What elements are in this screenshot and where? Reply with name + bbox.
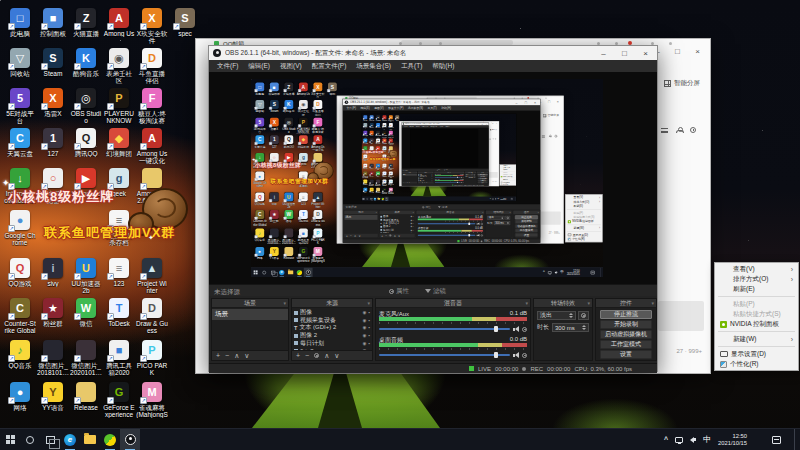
desktop-icon[interactable]: ■↗腾讯工具箱2020 — [103, 340, 135, 376]
menu-item[interactable]: 场景集合(S) — [351, 62, 396, 71]
add-source-button[interactable]: + — [296, 352, 300, 359]
taskbar-app-button[interactable] — [100, 429, 120, 450]
speaker-icon[interactable] — [513, 352, 519, 358]
desktop-icon[interactable]: T↗ToDesk — [103, 298, 135, 327]
context-menu-item[interactable]: 个性化(R) — [716, 359, 797, 369]
menu-item[interactable]: 配置文件(P) — [307, 62, 352, 71]
tray-chevron-icon[interactable]: ^ — [664, 436, 668, 443]
remove-source-button[interactable]: − — [305, 352, 309, 359]
desktop-icon[interactable]: ◆↗幻境舞团 — [103, 128, 135, 157]
close-button[interactable]: × — [693, 47, 702, 56]
lock-icon[interactable]: ▪ — [368, 310, 370, 315]
remove-scene-button[interactable]: − — [225, 352, 229, 359]
desktop-icon[interactable]: ↗微信图片_2018101… — [37, 340, 69, 376]
context-menu-item[interactable]: 新建(W)› — [716, 334, 797, 344]
desktop-icon[interactable]: ↗Release — [70, 382, 102, 411]
scene-up-button[interactable]: ∧ — [234, 352, 239, 360]
smart-split-button[interactable]: 智能分屏 — [664, 79, 700, 88]
speaker-icon[interactable] — [513, 326, 519, 332]
desktop-icon[interactable]: Z↗火猫直播 — [70, 8, 102, 37]
desktop-icon[interactable]: ◉↗表弟壬社区 — [103, 48, 135, 84]
volume-icon[interactable] — [690, 437, 696, 443]
eye-icon[interactable]: ◉ — [362, 325, 366, 330]
context-menu-item[interactable]: 粘贴快捷方式(S) — [716, 309, 797, 319]
volume-slider[interactable] — [379, 354, 510, 356]
show-desktop-button[interactable] — [794, 429, 796, 450]
desktop-icon[interactable]: S↗Steam — [37, 48, 69, 77]
desktop-icon[interactable]: ▽↗回收站 — [4, 48, 36, 77]
desktop-icon[interactable]: P↗PLAYERUNKNOWN'S BATTLEGROUNDS — [103, 88, 135, 124]
slider-knob[interactable] — [494, 326, 498, 332]
desktop-icon[interactable]: C↗Counter-Strike Global Offensive — [4, 298, 36, 334]
desktop-icon[interactable]: C↗天翼云盘 — [4, 128, 36, 157]
desktop-icon[interactable]: F↗糖豆人:终极淘汰赛 — [136, 88, 168, 124]
transition-duration-input[interactable]: 300 ms — [552, 323, 589, 332]
desktop-icon[interactable]: □↗此电脑 — [4, 8, 36, 37]
task-view-button[interactable] — [40, 429, 60, 450]
desktop-icon[interactable]: U↗UU加速器 2b — [70, 258, 102, 294]
source-down-button[interactable]: ∨ — [334, 352, 339, 360]
scene-down-button[interactable]: ∨ — [244, 352, 249, 360]
desktop-icon[interactable]: X↗迅雷X — [37, 88, 69, 117]
ime-indicator[interactable]: 中 — [703, 434, 711, 445]
gear-icon[interactable] — [522, 327, 527, 332]
scene-list-item[interactable]: 场景 — [212, 309, 288, 320]
context-menu-item[interactable]: NVIDIA 控制面板 — [716, 319, 797, 329]
context-menu-item[interactable]: 排序方式(O)› — [716, 274, 797, 284]
desktop-icon[interactable]: ▲↗Project Winter — [136, 258, 168, 294]
lock-icon[interactable]: ▪ — [368, 333, 370, 338]
desktop-icon[interactable]: i↗sivy — [37, 258, 69, 287]
desktop-icon[interactable]: Q↗腾讯QQ — [70, 128, 102, 157]
desktop-icon[interactable]: ●↗网络 — [4, 382, 36, 411]
slider-knob[interactable] — [494, 352, 498, 358]
desktop-icon[interactable]: D↗斗鱼直播伴侣 — [136, 48, 168, 84]
network-icon[interactable] — [675, 437, 683, 443]
controls-button[interactable]: 开始录制 — [600, 320, 652, 329]
desktop-icon[interactable]: K↗酷狗音乐 — [70, 48, 102, 77]
transition-select[interactable]: 淡出 — [537, 311, 576, 320]
desktop-icon[interactable]: ◎↗OBS Studio — [70, 88, 102, 124]
desktop-icon[interactable]: ■↗控制面板 — [37, 8, 69, 37]
taskbar-obs-button[interactable] — [120, 429, 140, 450]
history-icon[interactable] — [690, 127, 696, 133]
desktop-icon[interactable]: 5↗5E对战平台 — [4, 88, 36, 124]
add-scene-button[interactable]: + — [216, 352, 220, 359]
eye-icon[interactable]: ◉ — [362, 341, 366, 346]
menu-item[interactable]: 帮助(H) — [427, 62, 459, 71]
controls-button[interactable]: 停止推流 — [600, 310, 652, 319]
desktop-icon[interactable]: M↗雀魂麻将 (MahjongSoul) — [136, 382, 168, 418]
desktop-icon[interactable]: A↗Among Us — [103, 8, 135, 37]
desktop-icon[interactable]: Y↗YY语音 — [37, 382, 69, 411]
source-list-item[interactable]: 每日计划◉▪ — [292, 339, 372, 347]
menu-item[interactable]: 视图(V) — [275, 62, 307, 71]
transition-gear-button[interactable] — [578, 311, 589, 320]
desktop-icon[interactable]: S↗spec — [169, 8, 201, 37]
maximize-button[interactable]: □ — [673, 47, 682, 56]
filters-button[interactable]: 滤镜 — [425, 287, 446, 295]
lock-icon[interactable]: ▪ — [368, 318, 370, 323]
context-menu-item[interactable]: 粘贴(P) — [716, 299, 797, 309]
desktop-icon[interactable]: P↗PICO PARK — [136, 340, 168, 376]
source-up-button[interactable]: ∧ — [324, 352, 329, 360]
close-button[interactable]: × — [641, 49, 650, 58]
menu-item[interactable]: 工具(T) — [396, 62, 427, 71]
menu-icon[interactable] — [661, 128, 668, 133]
controls-button[interactable]: 启动虚拟摄像机 — [600, 330, 652, 339]
eye-icon[interactable]: ◉ — [362, 310, 366, 315]
search-button[interactable] — [20, 429, 40, 450]
notification-center-icon[interactable] — [772, 436, 781, 444]
desktop-icon[interactable]: D↗Draw & Guess — [136, 298, 168, 334]
desktop-icon[interactable]: ≡↗123 — [103, 258, 135, 287]
menu-item[interactable]: 编辑(E) — [243, 62, 275, 71]
taskbar-clock[interactable]: 12:50 2021/10/15 — [718, 433, 747, 446]
desktop-icon[interactable]: A↗Among Us 一键汉化 — [136, 128, 168, 164]
obs-preview-content[interactable]: □↗此电脑■↗控制面板Z↗火猫直播A↗Among UsX↗X玖安全软件S↗spe… — [251, 79, 603, 277]
desktop-icon[interactable]: ↗微信图片_2020101… — [70, 340, 102, 376]
lock-icon[interactable]: ▪ — [368, 341, 370, 346]
desktop-icon[interactable]: ♪↗QQ音乐 — [4, 340, 36, 369]
volume-slider[interactable] — [379, 328, 510, 330]
desktop-icon[interactable]: W↗微信 — [70, 298, 102, 327]
eye-icon[interactable]: ◉ — [362, 333, 366, 338]
desktop-icon[interactable]: ★↗粉丝群 — [37, 298, 69, 327]
obs-titlebar[interactable]: OBS 26.1.1 (64-bit, windows) - 配置文件: 未命名… — [209, 46, 657, 60]
